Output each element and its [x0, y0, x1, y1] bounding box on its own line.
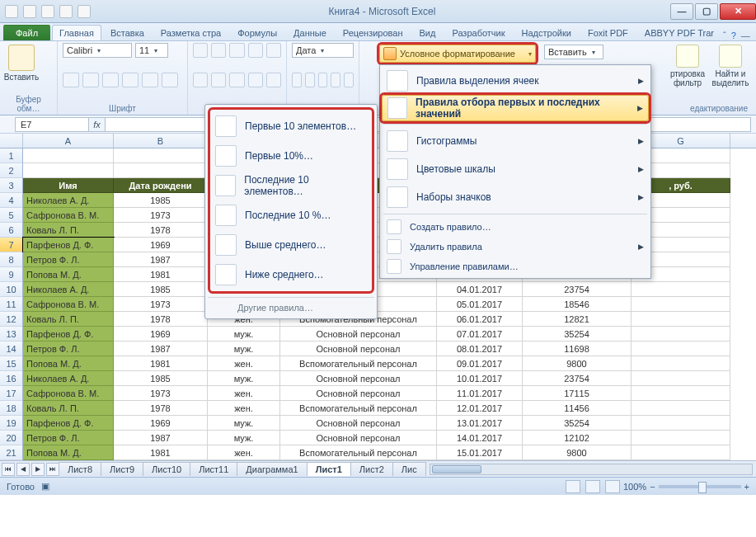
cell[interactable]: 09.01.2017 [437, 356, 523, 371]
cell[interactable]: муж. [208, 371, 280, 386]
cell[interactable]: Вспомогательный персонал [280, 356, 437, 371]
view-layout[interactable] [585, 480, 600, 493]
sheet-tab[interactable]: Лист8 [59, 462, 101, 476]
tab-home[interactable]: Главная [52, 25, 101, 40]
cell[interactable]: Основной персонал [280, 371, 437, 386]
cell-name[interactable]: Николаев А. Д. [23, 371, 114, 386]
dec-dec[interactable] [344, 73, 354, 87]
row-header[interactable]: 6 [0, 223, 23, 238]
cell[interactable]: муж. [208, 342, 280, 356]
tab-foxit[interactable]: Foxit PDF [580, 25, 636, 40]
zoom-in[interactable]: + [744, 482, 749, 492]
close-button[interactable]: ✕ [720, 3, 756, 20]
cell-name[interactable]: Парфенов Д. Ф. [23, 238, 114, 252]
indent-inc[interactable] [266, 73, 281, 87]
cell[interactable] [23, 148, 114, 163]
tab-nav-last[interactable]: ⏭ [46, 463, 59, 476]
cf-icon-sets[interactable]: Наборы значков▶ [382, 183, 649, 211]
top-10-percent[interactable]: Первые 10%… [212, 141, 370, 171]
row-header[interactable]: 9 [0, 267, 23, 282]
cell[interactable]: 11456 [523, 401, 632, 416]
font-size-select[interactable]: 11 [135, 43, 168, 58]
cell[interactable] [632, 327, 730, 342]
sheet-tab[interactable]: Лист10 [143, 462, 190, 476]
row-header[interactable]: 1 [0, 148, 23, 163]
cell-year[interactable]: 1978 [114, 401, 208, 416]
row-header[interactable]: 12 [0, 312, 23, 327]
align-bot[interactable] [229, 43, 244, 58]
cell-name[interactable]: Коваль Л. П. [23, 223, 114, 238]
ribbon-minimize-icon[interactable]: ˆ [723, 31, 726, 40]
cell[interactable]: Вспомогательный персонал [280, 445, 437, 460]
row-header[interactable]: 17 [0, 386, 23, 401]
underline-button[interactable] [102, 73, 119, 87]
conditional-formatting-button[interactable]: Условное форматирование [379, 45, 536, 63]
other-rules[interactable]: Другие правила… [208, 297, 374, 316]
name-box[interactable]: E7 [15, 117, 89, 132]
cell-year[interactable]: 1981 [114, 356, 208, 371]
cell-name[interactable]: Сафронова В. М. [23, 208, 114, 223]
cell[interactable] [632, 386, 730, 401]
cell[interactable]: жен. [208, 445, 280, 460]
wrap[interactable] [266, 43, 281, 58]
cell-year[interactable]: 1981 [114, 267, 208, 282]
cell[interactable]: жен. [208, 356, 280, 371]
cell[interactable]: 11698 [523, 342, 632, 356]
paste-button[interactable]: Вставить [5, 43, 38, 91]
select-all-corner[interactable] [0, 134, 23, 148]
row-header[interactable]: 20 [0, 431, 23, 445]
find-select-button[interactable]: Найти и выделить [710, 43, 751, 87]
align-center[interactable] [211, 73, 226, 87]
cf-color-scales[interactable]: Цветовые шкалы▶ [382, 155, 649, 183]
view-normal[interactable] [566, 480, 580, 493]
row-header[interactable]: 16 [0, 371, 23, 386]
orientation[interactable] [248, 43, 263, 58]
row-header[interactable]: 13 [0, 327, 23, 342]
macro-record-icon[interactable]: ▣ [41, 481, 49, 492]
cell-year[interactable]: 1985 [114, 371, 208, 386]
tab-data[interactable]: Данные [286, 25, 334, 40]
indent-dec[interactable] [248, 73, 263, 87]
cell[interactable] [632, 342, 730, 356]
cell[interactable]: 14.01.2017 [437, 431, 523, 445]
cell-name[interactable]: Коваль Л. П. [23, 312, 114, 327]
cell-year[interactable]: 1981 [114, 445, 208, 460]
cell[interactable]: Основной персонал [280, 342, 437, 356]
help-icon[interactable]: ? [731, 31, 736, 40]
cell-year[interactable]: 1987 [114, 252, 208, 267]
cell[interactable] [632, 371, 730, 386]
cf-clear-rules[interactable]: Удалить правила▶ [382, 237, 649, 257]
table-header-cell[interactable]: Имя [23, 178, 114, 193]
cell[interactable]: 04.01.2017 [437, 282, 523, 297]
cell-year[interactable]: 1969 [114, 416, 208, 431]
cell-name[interactable]: Парфенов Д. Ф. [23, 416, 114, 431]
number-format-select[interactable]: Дата [292, 43, 354, 58]
cell[interactable]: жен. [208, 401, 280, 416]
cell[interactable]: Основной персонал [280, 327, 437, 342]
cell[interactable] [632, 297, 730, 312]
row-header[interactable]: 2 [0, 163, 23, 178]
cell-name[interactable]: Петров Ф. Л. [23, 252, 114, 267]
cell-year[interactable]: 1969 [114, 238, 208, 252]
top-10-items[interactable]: Первые 10 элементов… [212, 111, 370, 141]
cell-year[interactable]: 1969 [114, 327, 208, 342]
cell[interactable]: 12821 [523, 312, 632, 327]
tab-insert[interactable]: Вставка [103, 25, 152, 40]
tab-review[interactable]: Рецензирован [336, 25, 411, 40]
cell[interactable]: 10.01.2017 [437, 371, 523, 386]
italic-button[interactable] [82, 73, 99, 87]
cf-highlight-rules[interactable]: Правила выделения ячеек▶ [382, 67, 649, 95]
cell[interactable] [632, 312, 730, 327]
sheet-tab[interactable]: Диаграмма1 [237, 462, 307, 476]
maximize-button[interactable]: ▢ [695, 3, 718, 20]
cell[interactable]: 05.01.2017 [437, 297, 523, 312]
sheet-tab[interactable]: Лис [392, 462, 426, 476]
row-header[interactable]: 7 [0, 238, 23, 252]
cell[interactable]: муж. [208, 431, 280, 445]
cell-name[interactable]: Парфенов Д. Ф. [23, 327, 114, 342]
tab-nav-first[interactable]: ⏮ [2, 463, 15, 476]
cell[interactable]: Основной персонал [280, 386, 437, 401]
align-mid[interactable] [211, 43, 226, 58]
qat-more-icon[interactable] [77, 5, 91, 18]
cell-year[interactable]: 1987 [114, 342, 208, 356]
